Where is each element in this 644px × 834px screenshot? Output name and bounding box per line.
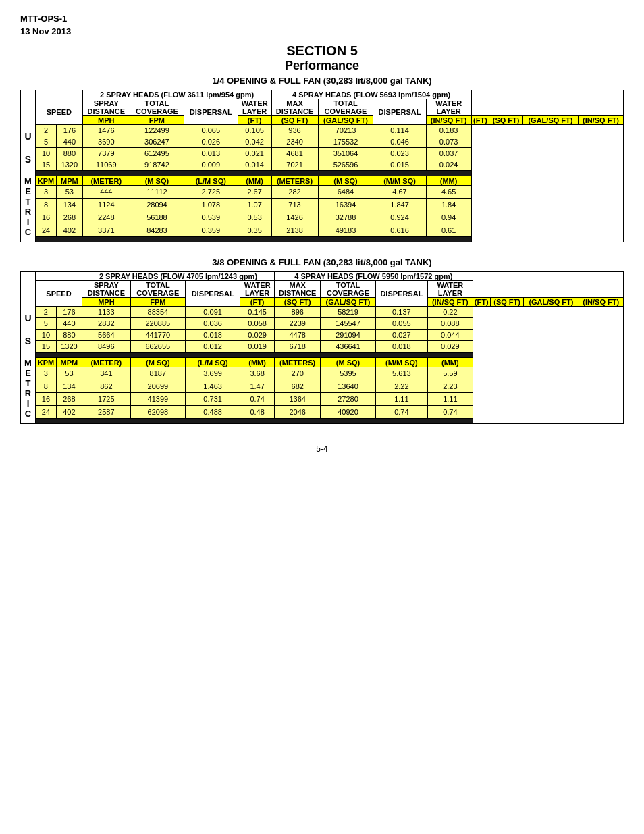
metric-letter-E: E	[25, 186, 31, 197]
page-title: SECTION 5 Performance	[20, 43, 624, 73]
section-subtitle: Performance	[20, 59, 624, 73]
metric-letter-R: R	[25, 207, 31, 217]
metric-unit-header-row: METRICKPMMPM(METER)(M SQ)(L/M SQ)(MM)(ME…	[21, 176, 624, 186]
col-header-row: SPEEDSPRAYDISTANCETOTALCOVERAGEDISPERSAL…	[21, 99, 624, 116]
side-spacer-header	[21, 90, 36, 125]
side-label-S: S	[21, 148, 36, 171]
col-header-row: SPEEDSPRAYDISTANCETOTALCOVERAGEDISPERSAL…	[21, 281, 624, 298]
metric-data-row-1: 81341124280941.0781.07713163941.8471.84	[21, 199, 624, 211]
us-data-row-0: U217614761224990.0650.105936702130.1140.…	[21, 125, 624, 136]
us-data-row-0: U21761133883540.0910.145896582190.1370.2…	[21, 307, 624, 318]
group-header-row: 2 SPRAY HEADS (FLOW 3611 lpm/954 gpm)4 S…	[21, 90, 624, 99]
group1-header: 2 SPRAY HEADS (FLOW 4705 lpm/1243 gpm)	[82, 272, 275, 281]
metric-data-row-1: 8134862206991.4631.47682136402.222.23	[21, 380, 624, 393]
metric-letter-R: R	[25, 388, 31, 398]
us-data-row-3: 15132084966626550.0120.01967184366410.01…	[21, 341, 624, 353]
page-number: 5-4	[316, 444, 327, 454]
metric-data-row-0: 353444111122.7252.6728264844.674.65	[21, 186, 624, 199]
page-footer: 5-4	[20, 444, 624, 454]
separator-row	[21, 353, 624, 358]
doc-header: MTT-OPS-1 13 Nov 2013	[20, 14, 624, 36]
us-data-row-3: 151320110699187420.0090.01470215265960.0…	[21, 159, 624, 171]
group2-header: 4 SPRAY HEADS (FLOW 5693 lpm/1504 gpm)	[271, 90, 471, 99]
metric-letter-T: T	[26, 197, 31, 207]
metric-data-row-3: 244022587620980.4880.482046409200.740.74	[21, 406, 624, 419]
doc-id: MTT-OPS-1	[20, 14, 624, 24]
side-label-S: S	[21, 330, 36, 353]
us-unit-header-row: MPHFPM(FT)(SQ FT)(GAL/SQ FT)(IN/SQ FT)(F…	[21, 116, 624, 125]
metric-letter-C: C	[25, 227, 31, 237]
metric-letter-C: C	[25, 409, 31, 419]
side-spacer-header	[21, 272, 36, 307]
data-table: 2 SPRAY HEADS (FLOW 3611 lpm/954 gpm)4 S…	[20, 90, 624, 242]
metric-letter-I: I	[27, 217, 30, 227]
metric-letter-I: I	[27, 398, 30, 409]
data-table: 2 SPRAY HEADS (FLOW 4705 lpm/1243 gpm)4 …	[20, 271, 624, 424]
group-header-row: 2 SPRAY HEADS (FLOW 4705 lpm/1243 gpm)4 …	[21, 272, 624, 281]
us-data-row-2: S1088073796124950.0130.02146813510640.02…	[21, 148, 624, 159]
section-title: SECTION 5	[20, 43, 624, 59]
table-title: 3/8 OPENING & FULL FAN (30,283 lit/8,000…	[20, 257, 624, 267]
side-label-U: U	[21, 125, 36, 148]
metric-letter-E: E	[25, 368, 31, 378]
metric-data-row-2: 162682248561880.5390.531426327880.9240.9…	[21, 211, 624, 224]
us-data-row-2: S1088056644417700.0180.02944782910940.02…	[21, 330, 624, 341]
doc-date: 13 Nov 2013	[20, 26, 624, 36]
metric-letter-M: M	[24, 358, 32, 368]
metric-letter-T: T	[26, 378, 31, 388]
group1-header: 2 SPRAY HEADS (FLOW 3611 lpm/954 gpm)	[82, 90, 271, 99]
us-data-row-1: 544036903062470.0260.04223401755320.0460…	[21, 136, 624, 148]
metric-data-row-0: 35334181873.6993.6827053955.6135.59	[21, 367, 624, 380]
table-title: 1/4 OPENING & FULL FAN (30,283 lit/8,000…	[20, 76, 624, 86]
metric-unit-header-row: METRICKPMMPM(METER)(M SQ)(L/M SQ)(MM)(ME…	[21, 358, 624, 367]
bottom-bar	[21, 419, 624, 424]
metric-data-row-3: 244023371842830.3590.352138491830.6160.6…	[21, 224, 624, 237]
metric-letter-M: M	[24, 176, 32, 186]
us-unit-header-row: MPHFPM(FT)(SQ FT)(GAL/SQ FT)(IN/SQ FT)(F…	[21, 298, 624, 307]
group2-header: 4 SPRAY HEADS (FLOW 5950 lpm/1572 gpm)	[275, 272, 473, 281]
separator-row	[21, 171, 624, 176]
metric-data-row-2: 162681725413990.7310.741364272801.111.11	[21, 393, 624, 406]
bottom-bar	[21, 237, 624, 242]
us-data-row-1: 544028322208850.0360.05822391455470.0550…	[21, 318, 624, 330]
side-label-U: U	[21, 307, 36, 330]
